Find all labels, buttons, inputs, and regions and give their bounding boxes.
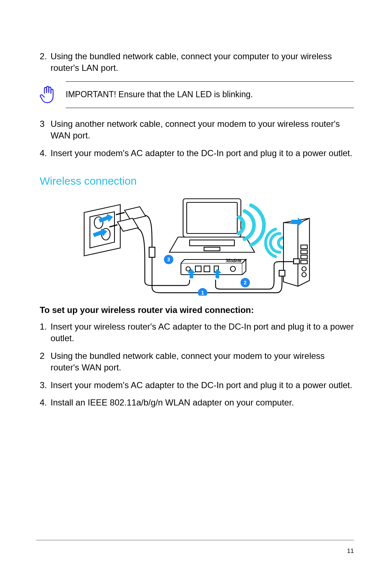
step-item: 3. Insert your modem's AC adapter to the… (40, 379, 354, 391)
callout-text: IMPORTANT! Ensure that the LAN LED is bl… (66, 90, 354, 99)
svg-rect-15 (204, 266, 210, 272)
top-steps-list-cont: 3 Using another network cable, connect y… (40, 118, 354, 159)
step-text: Insert your wireless router's AC adapter… (51, 321, 354, 344)
step-text: Install an IEEE 802.11a/b/g/n WLAN adapt… (51, 397, 354, 408)
svg-rect-7 (301, 250, 307, 254)
svg-rect-19 (294, 259, 299, 264)
wireless-connection-diagram: Modem 1 (81, 194, 312, 296)
section-title: Wireless connection (40, 175, 354, 187)
step-item: 2. Using the bundled network cable, conn… (40, 51, 354, 74)
step-number: 3. (40, 379, 51, 391)
subsection-title: To set up your wireless router via wired… (40, 305, 354, 315)
bottom-steps-list: 1. Insert your wireless router's AC adap… (40, 321, 354, 408)
svg-point-13 (186, 267, 190, 271)
svg-point-10 (302, 267, 306, 271)
hand-stop-icon (40, 85, 56, 104)
step-text: Using the bundled network cable, connect… (51, 350, 354, 374)
step-number: 3 (40, 118, 51, 130)
step-item: 4. Insert your modem's AC adapter to the… (40, 147, 354, 159)
step-item: 3 Using another network cable, connect y… (40, 118, 354, 142)
step-number: 4. (40, 397, 51, 408)
svg-rect-9 (301, 260, 307, 264)
footer-rule (36, 540, 354, 540)
svg-rect-5 (204, 247, 220, 251)
modem-label: Modem (225, 258, 242, 263)
step-number: 2 (40, 350, 51, 362)
step-text: Insert your modem's AC adapter to the DC… (51, 379, 354, 391)
diagram-marker-3: 3 (167, 257, 170, 262)
step-item: 1. Insert your wireless router's AC adap… (40, 321, 354, 344)
svg-rect-3 (187, 202, 237, 233)
svg-rect-6 (301, 245, 307, 249)
step-number: 1. (40, 321, 51, 332)
svg-rect-14 (195, 266, 201, 272)
step-number: 2. (40, 51, 51, 62)
svg-point-11 (302, 272, 306, 277)
step-number: 4. (40, 147, 51, 159)
svg-point-17 (230, 266, 235, 271)
step-text: Insert your modem's AC adapter to the DC… (51, 147, 354, 159)
svg-rect-8 (301, 255, 307, 259)
step-item: 4. Install an IEEE 802.11a/b/g/n WLAN ad… (40, 397, 354, 408)
svg-rect-4 (190, 240, 234, 246)
svg-rect-18 (279, 270, 285, 276)
svg-rect-20 (149, 247, 155, 257)
step-text: Using the bundled network cable, connect… (51, 51, 354, 74)
page-number: 11 (347, 548, 354, 555)
diagram-marker-2: 2 (244, 280, 247, 286)
step-item: 2 Using the bundled network cable, conne… (40, 350, 354, 374)
step-text: Using another network cable, connect you… (51, 118, 354, 142)
diagram-marker-1: 1 (201, 290, 204, 296)
top-steps-list: 2. Using the bundled network cable, conn… (40, 51, 354, 74)
important-callout: IMPORTANT! Ensure that the LAN LED is bl… (40, 81, 354, 108)
